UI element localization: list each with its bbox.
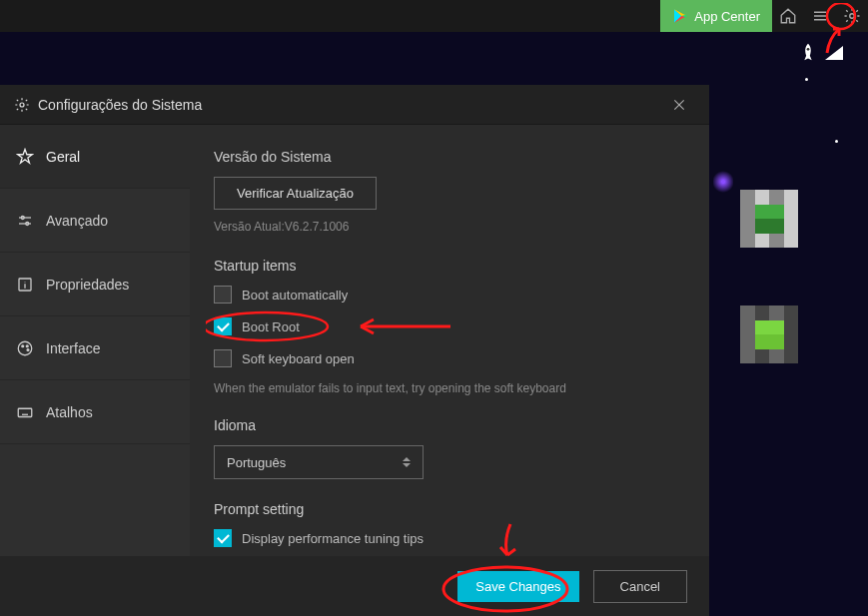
svg-point-17 (22, 344, 24, 346)
svg-point-16 (18, 341, 32, 355)
checkbox-label: Boot automatically (242, 288, 348, 303)
current-version-text: Versão Atual:V6.2.7.1006 (214, 220, 685, 234)
checkbox-boot-root[interactable] (214, 317, 232, 335)
status-tray (797, 42, 843, 64)
checkbox-boot-auto[interactable] (214, 286, 232, 304)
gear-icon (843, 7, 861, 25)
sidebar-item-label: Atalhos (46, 404, 93, 420)
section-language: Idioma (214, 417, 685, 433)
settings-window: Configurações do Sistema Geral Avançado … (0, 85, 709, 616)
settings-footer: Save Changes Cancel (0, 556, 709, 616)
settings-header: Configurações do Sistema (0, 85, 709, 125)
app-center-button[interactable]: App Center (660, 0, 772, 32)
bg-star (805, 78, 808, 81)
sidebar-item-interface[interactable]: Interface (0, 316, 190, 380)
menu-button[interactable] (804, 0, 836, 32)
bg-star (835, 140, 838, 143)
sidebar-item-label: Interface (46, 340, 100, 356)
checkbox-perf-tips[interactable] (214, 529, 232, 547)
home-button[interactable] (772, 0, 804, 32)
hamburger-icon (811, 7, 829, 25)
soft-keyboard-hint: When the emulator fails to input text, t… (214, 381, 685, 395)
language-value: Português (227, 455, 286, 470)
rocket-icon (797, 42, 819, 64)
svg-point-3 (850, 14, 855, 19)
bg-glow (713, 170, 733, 194)
home-icon (779, 7, 797, 25)
cancel-button[interactable]: Cancel (593, 570, 687, 603)
sidebar-item-shortcuts[interactable]: Atalhos (0, 380, 190, 444)
play-store-icon (672, 8, 688, 24)
app-center-label: App Center (694, 9, 760, 24)
background-app-icons (740, 190, 798, 363)
gear-icon (14, 97, 30, 113)
settings-gear-button[interactable] (836, 0, 868, 32)
sliders-icon (16, 212, 34, 230)
sidebar-item-label: Propriedades (46, 277, 129, 293)
save-button[interactable]: Save Changes (457, 571, 578, 602)
topbar: App Center (0, 0, 868, 32)
section-startup: Startup items (214, 258, 685, 274)
checkbox-label: Boot Root (242, 319, 300, 334)
checkbox-label: Soft keyboard open (242, 351, 355, 366)
check-update-button[interactable]: Verificar Atualização (214, 177, 377, 210)
svg-point-19 (27, 348, 29, 350)
keyboard-icon (16, 403, 34, 421)
star-icon (16, 148, 34, 166)
select-arrows-icon (403, 457, 411, 467)
section-system-version: Versão do Sistema (214, 149, 685, 165)
sidebar-item-label: Avançado (46, 213, 108, 229)
section-prompt: Prompt setting (214, 501, 685, 517)
svg-point-6 (20, 103, 24, 107)
language-select[interactable]: Português (214, 445, 424, 479)
settings-sidebar: Geral Avançado Propriedades Interface At… (0, 125, 190, 556)
sidebar-item-advanced[interactable]: Avançado (0, 189, 190, 253)
svg-point-18 (26, 344, 28, 346)
info-icon (16, 276, 34, 294)
sidebar-item-properties[interactable]: Propriedades (0, 253, 190, 316)
checkbox-soft-keyboard[interactable] (214, 349, 232, 367)
settings-title: Configurações do Sistema (38, 97, 202, 113)
sidebar-item-general[interactable]: Geral (0, 125, 190, 189)
signal-icon (825, 46, 843, 60)
sidebar-item-label: Geral (46, 149, 80, 165)
palette-icon (16, 339, 34, 357)
settings-content: Versão do Sistema Verificar Atualização … (190, 125, 709, 556)
svg-rect-20 (18, 408, 32, 416)
checkbox-label: Display performance tuning tips (242, 531, 424, 546)
svg-point-4 (807, 48, 810, 51)
close-button[interactable] (671, 97, 687, 113)
